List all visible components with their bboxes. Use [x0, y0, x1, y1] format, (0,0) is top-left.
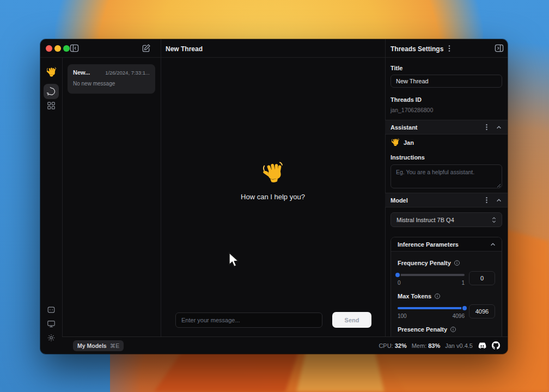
instructions-textarea[interactable] — [391, 164, 502, 188]
github-icon[interactable] — [492, 341, 500, 350]
traffic-lights — [46, 45, 70, 52]
inference-collapse-chevron-up-icon[interactable] — [490, 241, 496, 248]
assistant-header-label: Assistant — [391, 124, 483, 131]
max-tokens-label: Max Tokens — [398, 293, 431, 299]
sidebar-item-system-monitor[interactable] — [47, 320, 56, 329]
threads-settings-panel: Title Threads ID jan_1706286800 Assistan… — [385, 58, 508, 336]
info-icon[interactable] — [434, 293, 441, 299]
max-tokens-scale: 1004096 — [398, 313, 465, 319]
cpu-label: CPU: — [379, 342, 393, 349]
discord-icon[interactable] — [478, 342, 487, 350]
title-label: Title — [391, 65, 402, 71]
desktop-wallpaper: New Thread Threads Settings — [0, 0, 549, 392]
threads-id-value: jan_1706286800 — [391, 107, 433, 113]
mem-label: Mem: — [412, 342, 427, 349]
jan-app-window: New Thread Threads Settings — [40, 39, 508, 354]
threads-settings-kebab-icon[interactable] — [446, 45, 453, 52]
cpu-value: 32% — [395, 342, 407, 349]
assistant-name: Jan — [404, 139, 414, 146]
chat-bubble-icon — [47, 87, 56, 96]
instructions-label: Instructions — [391, 154, 425, 161]
ribbon-sidebar — [40, 58, 62, 354]
textarea-resize-handle[interactable] — [497, 183, 501, 188]
assistant-section-header[interactable]: Assistant — [385, 120, 508, 134]
max-tokens-value-input[interactable] — [469, 304, 495, 318]
frequency-penalty-label: Frequency Penalty — [398, 260, 451, 266]
max-tokens-slider[interactable] — [398, 307, 465, 309]
assistant-identity-row: Jan — [391, 138, 414, 147]
presence-penalty-label: Presence Penalty — [398, 326, 447, 333]
thread-item-preview: No new message — [73, 81, 150, 87]
sidebar-item-local-api-server[interactable] — [47, 305, 56, 315]
send-button[interactable]: Send — [332, 312, 371, 328]
empty-thread-greeting: How can I help you? — [161, 161, 385, 201]
model-kebab-icon[interactable] — [483, 197, 490, 204]
thread-list-item[interactable]: New... 1/26/2024, 7:33:1... No new messa… — [68, 64, 155, 94]
app-version: Jan v0.4.5 — [445, 342, 473, 349]
status-bar: My Models ⌘E CPU: 32% Mem: 83% Jan v0.4.… — [62, 336, 508, 354]
select-chevrons-icon — [491, 216, 497, 224]
assistant-wave-avatar[interactable] — [46, 66, 57, 79]
thread-item-title: New... — [73, 69, 90, 76]
sidebar-item-chat[interactable] — [44, 84, 59, 99]
sidebar-item-hub[interactable] — [47, 101, 56, 111]
threads-settings-title: Threads Settings — [391, 45, 443, 53]
thread-list-panel: New... 1/26/2024, 7:33:1... No new messa… — [62, 58, 161, 336]
zoom-window-button[interactable] — [63, 45, 70, 52]
grid-icon — [47, 101, 56, 110]
minimize-window-button[interactable] — [54, 45, 61, 52]
collapse-left-panel-icon[interactable] — [70, 44, 79, 53]
message-input[interactable] — [175, 313, 322, 328]
model-collapse-chevron-up-icon[interactable] — [496, 197, 502, 204]
max-tokens-slider-thumb[interactable] — [461, 305, 468, 311]
presence-penalty-label-row: Presence Penalty — [398, 326, 495, 333]
model-header-label: Model — [391, 197, 483, 204]
api-server-icon — [47, 305, 56, 314]
sidebar-item-settings[interactable] — [47, 333, 56, 344]
inference-header-label: Inference Parameters — [398, 241, 490, 248]
assistant-kebab-icon[interactable] — [483, 124, 490, 131]
monitor-icon — [47, 320, 56, 328]
frequency-penalty-label-row: Frequency Penalty — [398, 260, 495, 266]
new-thread-compose-icon[interactable] — [142, 44, 151, 53]
chat-main-area: How can I help you? Send — [161, 58, 385, 336]
frequency-penalty-slider[interactable] — [398, 274, 465, 276]
close-window-button[interactable] — [46, 45, 52, 52]
mem-value: 83% — [428, 342, 440, 349]
wave-emoji — [260, 160, 286, 186]
model-section-header[interactable]: Model — [385, 193, 508, 207]
threads-id-label: Threads ID — [391, 96, 422, 103]
thread-item-date: 1/26/2024, 7:33:1... — [105, 70, 150, 76]
thread-title-input[interactable] — [391, 75, 502, 88]
frequency-penalty-value-input[interactable] — [469, 271, 495, 285]
model-select[interactable]: Mistral Instruct 7B Q4 — [391, 212, 502, 227]
model-select-value: Mistral Instruct 7B Q4 — [396, 217, 491, 223]
info-icon[interactable] — [454, 260, 460, 266]
info-icon[interactable] — [450, 326, 456, 333]
inference-parameters-card: Inference Parameters Frequency Penalty — [391, 237, 502, 336]
main-thread-title: New Thread — [166, 45, 203, 53]
max-tokens-label-row: Max Tokens — [398, 293, 495, 299]
my-models-label: My Models — [77, 342, 107, 349]
my-models-shortcut: ⌘E — [110, 342, 120, 349]
frequency-penalty-slider-thumb[interactable] — [394, 272, 401, 278]
assistant-emoji — [391, 138, 400, 147]
my-models-button[interactable]: My Models ⌘E — [73, 340, 124, 351]
collapse-right-panel-icon[interactable] — [495, 44, 504, 53]
gear-icon — [47, 333, 56, 342]
greeting-text: How can I help you? — [161, 193, 385, 201]
titlebar: New Thread Threads Settings — [40, 39, 508, 58]
assistant-collapse-chevron-up-icon[interactable] — [496, 124, 502, 131]
frequency-penalty-scale: 01 — [398, 280, 465, 286]
mouse-cursor — [228, 252, 240, 268]
inference-parameters-header[interactable]: Inference Parameters — [391, 237, 502, 252]
